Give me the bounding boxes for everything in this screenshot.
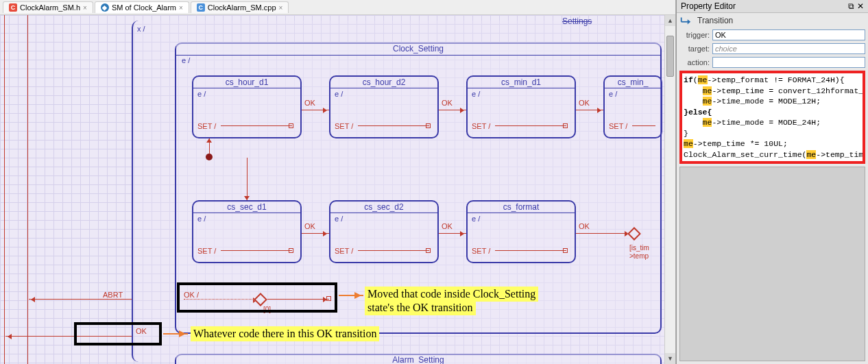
state-title: Clock_Setting <box>176 43 660 56</box>
state-name: cs_min_d1 <box>468 77 575 88</box>
transition-ok[interactable] <box>576 110 603 110</box>
state-name: cs_format <box>468 202 575 213</box>
cpp-icon: C <box>197 3 205 12</box>
abrt-label: ABRT <box>103 291 123 299</box>
set-transition: SET / <box>609 122 627 130</box>
initial-pseudostate[interactable] <box>206 154 213 160</box>
entry-label: e / <box>330 213 437 224</box>
arrowhead-icon <box>244 196 250 203</box>
tab-clockalarm-cpp[interactable]: C ClockAlarm_SM.cpp × <box>191 1 289 13</box>
annotation-arrow <box>163 333 188 335</box>
annotation-text: Whatever code there in this OK transitio… <box>191 326 379 341</box>
annotation-box-ok-inside <box>177 282 337 313</box>
close-icon[interactable]: × <box>83 4 87 12</box>
ok-label: OK <box>579 222 590 230</box>
annotation-text: Moved that code inside Clock_Setting <box>365 287 538 302</box>
trigger-input[interactable] <box>712 29 865 40</box>
transition-ok[interactable] <box>302 110 329 110</box>
transition-line <box>247 158 248 200</box>
transition-abrt[interactable] <box>29 299 132 300</box>
guard-label: >temp <box>629 252 649 260</box>
tab-clockalarm-h[interactable]: C ClockAlarm_SM.h × <box>3 1 93 13</box>
state-title: Alarm_Setting <box>176 354 660 364</box>
target-input[interactable] <box>712 43 865 54</box>
state-cs-sec-d1[interactable]: cs_sec_d1 e / SET / <box>192 200 302 263</box>
transition-ok[interactable] <box>439 110 466 110</box>
target-label: target: <box>679 45 710 53</box>
tab-label: ClockAlarm_SM.cpp <box>208 3 276 12</box>
set-transition: SET / <box>335 122 353 130</box>
tab-label: ClockAlarm_SM.h <box>20 3 80 12</box>
ok-label: OK <box>304 222 315 230</box>
transition-line <box>27 15 28 364</box>
tab-bar: C ClockAlarm_SM.h × ◆ SM of Clock_Alarm … <box>0 0 675 15</box>
entry-label: e / <box>468 213 575 224</box>
state-name: cs_sec_d1 <box>193 202 300 213</box>
close-icon[interactable]: × <box>279 4 283 12</box>
guard-label: [is_tim <box>629 244 649 252</box>
transition-line <box>4 15 5 364</box>
annotation-box-ok-outer <box>74 322 162 345</box>
ok-label: OK <box>304 99 315 107</box>
target-row: target: <box>677 42 868 56</box>
state-cs-min-d1[interactable]: cs_min_d1 e / SET / <box>466 75 576 138</box>
arrowhead-icon <box>206 136 212 143</box>
state-cs-sec-d2[interactable]: cs_sec_d2 e / SET / <box>329 200 439 263</box>
entry-label: e / <box>193 88 300 99</box>
action-input[interactable] <box>712 57 865 68</box>
trigger-label: trigger: <box>679 31 710 39</box>
entry-label: e / <box>182 56 190 64</box>
ok-label: OK <box>442 222 453 230</box>
trigger-row: trigger: <box>677 28 868 42</box>
pin-icon[interactable]: ⧉ <box>848 1 854 11</box>
state-name: cs_min_ <box>605 77 661 88</box>
kind-row: Transition <box>677 13 868 28</box>
set-transition: SET / <box>472 122 490 130</box>
scroll-down-icon[interactable]: ▼ <box>665 353 675 364</box>
property-editor-panel: Property Editor ⧉ ✕ Transition trigger: … <box>676 0 868 364</box>
panel-title: Property Editor <box>681 1 736 11</box>
scroll-up-icon[interactable]: ▲ <box>665 15 675 26</box>
vertical-scrollbar[interactable]: ▲ ▼ <box>664 15 675 364</box>
set-transition: SET / <box>472 247 490 255</box>
scroll-thumb[interactable] <box>666 36 674 77</box>
panel-header: Property Editor ⧉ ✕ <box>677 0 868 13</box>
action-code-box[interactable]: if(me->temp_format != FORMAT_24H){ me->t… <box>679 71 865 164</box>
app-root: C ClockAlarm_SM.h × ◆ SM of Clock_Alarm … <box>0 0 868 364</box>
action-row: action: <box>677 56 868 69</box>
state-cs-min-partial[interactable]: cs_min_ e / SET / <box>603 75 662 138</box>
diagram-canvas[interactable]: x / Settings Clock_Setting e / cs_hour_d… <box>0 15 675 364</box>
empty-area <box>679 167 865 361</box>
entry-label: e / <box>193 213 300 224</box>
ok-label: OK <box>579 99 590 107</box>
state-cs-hour-d2[interactable]: cs_hour_d2 e / SET / <box>329 75 439 138</box>
transition-ok[interactable] <box>576 233 631 234</box>
ok-label: OK <box>442 99 453 107</box>
set-transition: SET / <box>197 247 216 255</box>
tab-sm-clock-alarm[interactable]: ◆ SM of Clock_Alarm × <box>95 1 189 13</box>
set-transition: SET / <box>335 247 353 255</box>
state-cs-format[interactable]: cs_format e / SET / <box>466 200 576 263</box>
outer-exit-label: x / <box>137 25 145 33</box>
state-name: cs_hour_d2 <box>330 77 437 88</box>
state-name: cs_sec_d2 <box>330 202 437 213</box>
annotation-arrow <box>339 295 363 296</box>
settings-struck-label: Settings <box>562 16 634 26</box>
close-icon[interactable]: × <box>179 4 183 12</box>
state-alarm-setting[interactable]: Alarm_Setting <box>175 354 662 364</box>
transition-ok[interactable] <box>439 233 466 234</box>
entry-label: e / <box>605 88 661 99</box>
c-header-icon: C <box>9 3 17 12</box>
sm-icon: ◆ <box>101 3 109 12</box>
transition-ok[interactable] <box>302 233 329 234</box>
entry-label: e / <box>330 88 437 99</box>
action-label: action: <box>679 58 710 66</box>
kind-label: Transition <box>695 14 736 27</box>
entry-label: e / <box>468 88 575 99</box>
editor-pane: C ClockAlarm_SM.h × ◆ SM of Clock_Alarm … <box>0 0 676 364</box>
close-icon[interactable]: ✕ <box>857 1 864 11</box>
state-cs-hour-d1[interactable]: cs_hour_d1 e / SET / <box>192 75 302 138</box>
transition-icon <box>679 16 692 25</box>
set-transition: SET / <box>197 122 216 130</box>
tab-label: SM of Clock_Alarm <box>112 3 176 12</box>
